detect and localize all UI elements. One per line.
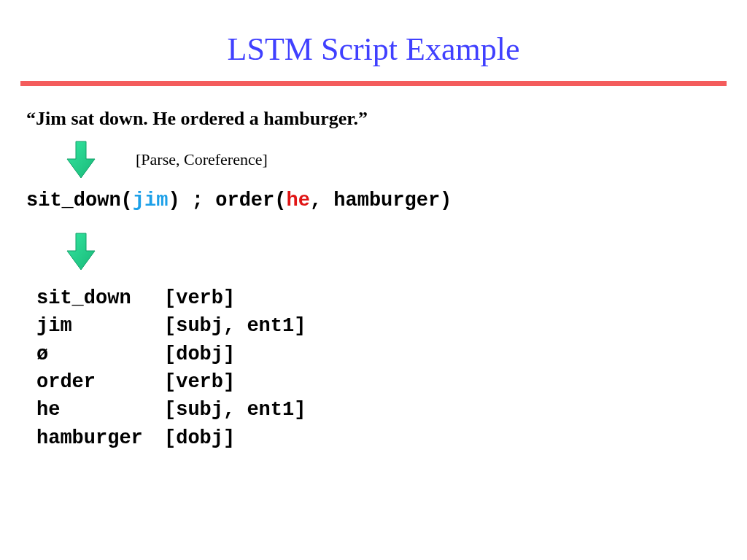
table-row: hamburger [dobj] — [36, 424, 721, 452]
divider — [20, 81, 727, 86]
code-part: , hamburger) — [310, 190, 452, 211]
arrow-row-2 — [26, 232, 721, 271]
code-jim: jim — [133, 190, 169, 211]
token-cell: hamburger — [36, 424, 164, 452]
token-cell: he — [36, 396, 164, 424]
table-row: jim [subj, ent1] — [36, 312, 721, 340]
code-he: he — [286, 190, 309, 211]
arrow-down-icon — [66, 140, 96, 179]
tag-cell: [verb] — [164, 368, 235, 396]
example-sentence: “Jim sat down. He ordered a hamburger.” — [26, 108, 721, 130]
token-cell: order — [36, 368, 164, 396]
arrow-annotation: [Parse, Coreference] — [136, 150, 268, 169]
arrow-row-1: [Parse, Coreference] — [26, 140, 721, 179]
token-cell: sit_down — [36, 284, 164, 312]
tag-cell: [subj, ent1] — [164, 312, 306, 340]
slide-title: LSTM Script Example — [0, 0, 747, 81]
arrow-down-icon — [66, 232, 96, 271]
parsed-code: sit_down(jim) ; order(he, hamburger) — [26, 190, 721, 211]
token-cell: ø — [36, 341, 164, 368]
slide-content: “Jim sat down. He ordered a hamburger.” … — [0, 86, 747, 452]
tag-cell: [dobj] — [164, 424, 235, 452]
table-row: he [subj, ent1] — [36, 396, 721, 424]
tag-cell: [subj, ent1] — [164, 396, 306, 424]
code-part: sit_down( — [26, 190, 133, 211]
token-table: sit_down [verb] jim [subj, ent1] ø [dobj… — [26, 284, 721, 452]
table-row: order [verb] — [36, 368, 721, 396]
token-cell: jim — [36, 312, 164, 340]
tag-cell: [dobj] — [164, 341, 235, 368]
table-row: ø [dobj] — [36, 341, 721, 368]
code-part: ) ; order( — [168, 190, 286, 211]
tag-cell: [verb] — [164, 284, 235, 312]
table-row: sit_down [verb] — [36, 284, 721, 312]
